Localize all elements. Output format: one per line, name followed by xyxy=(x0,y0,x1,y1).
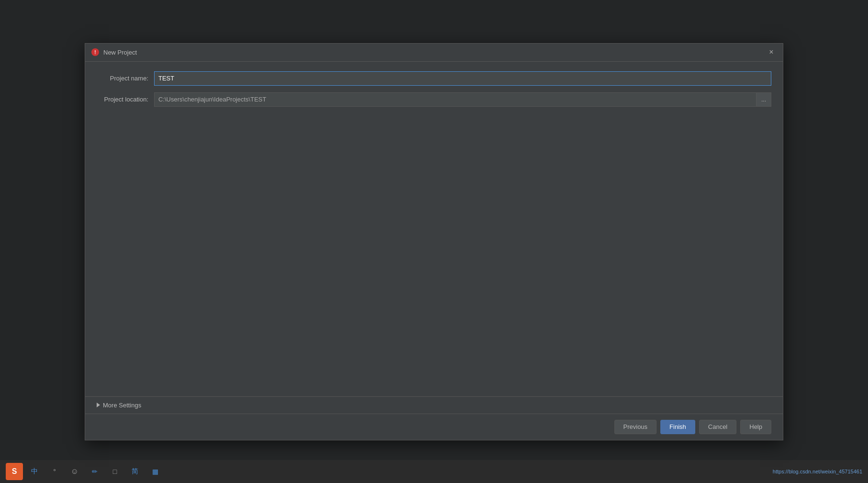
previous-button[interactable]: Previous xyxy=(614,420,657,434)
taskbar: S 中 ° ☺ ✏ □ 简 ▦ https://blog.csdn.net/we… xyxy=(0,460,868,483)
browse-button[interactable]: ... xyxy=(757,92,771,107)
dialog-footer: Previous Finish Cancel Help xyxy=(85,414,783,440)
project-name-input[interactable] xyxy=(154,71,771,86)
more-settings-section: More Settings xyxy=(85,396,783,414)
taskbar-icon-face[interactable]: ☺ xyxy=(66,463,83,480)
project-location-label: Project location: xyxy=(97,96,154,103)
new-project-dialog: ! New Project × Project name: Project lo… xyxy=(85,43,783,440)
taskbar-icon-degree[interactable]: ° xyxy=(46,463,63,480)
taskbar-right: https://blog.csdn.net/weixin_45715461 xyxy=(773,469,862,474)
taskbar-icon-grid[interactable]: ▦ xyxy=(146,463,164,480)
body-spacer xyxy=(85,238,783,396)
cancel-button[interactable]: Cancel xyxy=(699,420,736,434)
taskbar-icon-square[interactable]: □ xyxy=(106,463,123,480)
taskbar-icon-zhong[interactable]: 中 xyxy=(26,463,43,480)
project-name-label: Project name: xyxy=(97,75,154,82)
taskbar-icons: S 中 ° ☺ ✏ □ 简 ▦ xyxy=(6,463,164,480)
taskbar-icon-s[interactable]: S xyxy=(6,463,23,480)
svg-text:!: ! xyxy=(94,50,96,55)
project-location-row: Project location: ... xyxy=(97,92,771,107)
title-bar-left: ! New Project xyxy=(91,48,137,56)
close-button[interactable]: × xyxy=(766,46,777,58)
dialog-title: New Project xyxy=(103,49,137,56)
finish-button[interactable]: Finish xyxy=(660,420,695,434)
more-settings-toggle[interactable]: More Settings xyxy=(97,402,141,409)
more-settings-label: More Settings xyxy=(103,402,141,409)
help-button[interactable]: Help xyxy=(740,420,771,434)
title-bar: ! New Project × xyxy=(85,44,783,62)
project-location-input[interactable] xyxy=(154,92,757,107)
dialog-body: Project name: Project location: ... xyxy=(85,62,783,239)
expand-icon xyxy=(97,403,100,407)
taskbar-icon-jian[interactable]: 简 xyxy=(126,463,144,480)
app-icon: ! xyxy=(91,48,100,56)
taskbar-icon-pencil[interactable]: ✏ xyxy=(86,463,103,480)
taskbar-url: https://blog.csdn.net/weixin_45715461 xyxy=(773,469,862,474)
project-location-input-group: ... xyxy=(154,92,771,107)
project-name-row: Project name: xyxy=(97,71,771,86)
